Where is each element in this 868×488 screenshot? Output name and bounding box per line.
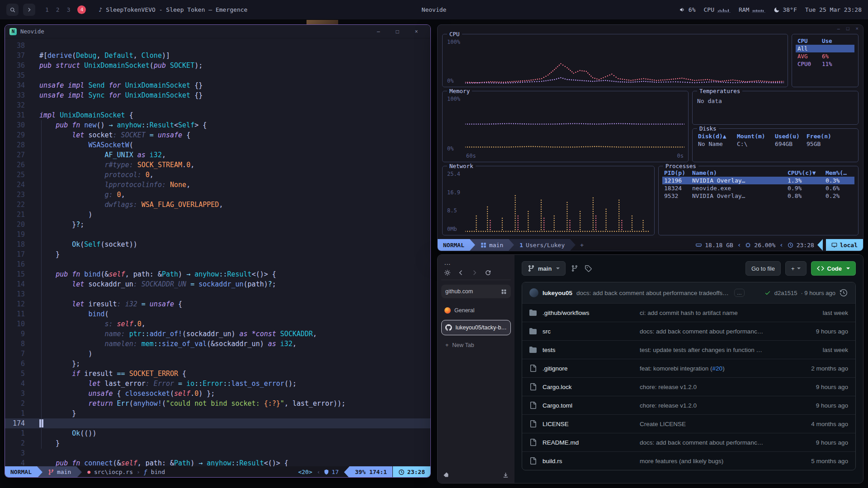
code-line[interactable]: 6 }; — [5, 359, 430, 369]
code-line[interactable]: 3 unsafe { closesocket(self.0) }; — [5, 389, 430, 399]
code-line[interactable]: 20 }?; — [5, 220, 430, 230]
code-line[interactable]: 22 dwflags: WSA_FLAG_OVERLAPPED, — [5, 200, 430, 210]
code-line[interactable]: 24 lpprotocolinfo: None, — [5, 180, 430, 190]
code-line[interactable]: 7 ) — [5, 349, 430, 359]
commit-message-link[interactable]: feat: komorebi integration (#20) — [640, 365, 801, 372]
close-button[interactable]: × — [407, 25, 426, 38]
code-line[interactable]: 35 — [5, 70, 430, 80]
file-row[interactable]: Cargo.tomlchore: release v1.2.09 hours a… — [522, 396, 855, 414]
code-line[interactable]: 3 — [5, 448, 430, 458]
file-row[interactable]: build.rsmore features (and likely bugs)5… — [522, 451, 855, 470]
workspace-4[interactable]: 4 — [77, 5, 86, 14]
tags-link[interactable] — [584, 263, 593, 274]
file-name-link[interactable]: LICENSE — [542, 421, 640, 427]
disks-panel[interactable]: Disks Disk(d)▲Mount(m)Used(u)Free(n)No N… — [692, 128, 859, 162]
code-line[interactable]: 38 — [5, 41, 430, 51]
cpu-legend-row[interactable]: AVG6% — [796, 52, 854, 60]
file-name-link[interactable]: .gitignore — [542, 365, 640, 372]
code-line[interactable]: 16 — [5, 259, 430, 269]
code-line[interactable]: 174 — [5, 418, 430, 428]
commit-message-link[interactable]: docs: add back comment about performanc… — [640, 328, 801, 335]
file-name-link[interactable]: tests — [542, 347, 640, 353]
process-row[interactable]: 9532NVIDIA Overlay…0.8%0.2% — [662, 192, 854, 200]
file-name-link[interactable]: build.rs — [542, 458, 640, 465]
close-button[interactable]: × — [856, 26, 859, 31]
code-line[interactable]: 33unsafe impl Sync for UnixDomainSocket … — [5, 90, 430, 100]
cpu-panel[interactable]: CPU 100% 0% — [442, 34, 788, 87]
file-row[interactable]: .gitignorefeat: komorebi integration (#2… — [522, 359, 855, 377]
commit-message-link[interactable]: more features (and likely bugs) — [640, 458, 801, 465]
code-line[interactable]: 37#[derive(Debug, Default, Clone)] — [5, 51, 430, 61]
code-line[interactable]: 4 pub fn connect(&self, path: &Path) → a… — [5, 458, 430, 466]
new-tab-button[interactable]: + — [576, 242, 588, 249]
code-line[interactable]: 21 ) — [5, 210, 430, 220]
cpu-indicator[interactable]: CPU — [703, 6, 730, 13]
url-bar[interactable]: github.com — [441, 285, 511, 298]
tab-github[interactable]: lukeyou05/tacky-bor… — [441, 320, 511, 335]
code-line[interactable]: 36pub struct UnixDomainSocket(pub SOCKET… — [5, 61, 430, 70]
code-line[interactable]: 10 s: self.0, — [5, 319, 430, 329]
code-line[interactable]: 15 pub fn bind(&self, path: &Path) → any… — [5, 269, 430, 279]
file-row[interactable]: .github/workflowsci: add commit hash to … — [522, 303, 855, 322]
go-to-file-button[interactable]: Go to file — [745, 261, 781, 276]
code-line[interactable]: 31impl UnixDomainSocket { — [5, 110, 430, 120]
forward-button[interactable] — [471, 269, 478, 276]
downloads-button[interactable] — [502, 472, 509, 479]
file-name-link[interactable]: .github/workflows — [542, 310, 640, 316]
code-line[interactable]: 18 Ok(Self(socket)) — [5, 239, 430, 249]
file-path[interactable]: ● src\iocp.rs › ƒ bind — [87, 467, 165, 477]
settings-button[interactable] — [444, 269, 451, 276]
code-line[interactable]: 5 if iresult == SOCKET_ERROR { — [5, 369, 430, 379]
code-button[interactable]: Code — [811, 261, 856, 276]
code-line[interactable]: 4 let last_error: Error = io::Error::las… — [5, 379, 430, 389]
code-line[interactable]: 13 — [5, 289, 430, 299]
reload-button[interactable] — [485, 269, 491, 276]
code-line[interactable]: 1 } — [5, 408, 430, 418]
file-row[interactable]: LICENSECreate LICENSE4 months ago — [522, 414, 855, 433]
commit-message-link[interactable]: docs: add back comment about performance… — [576, 290, 730, 296]
back-button[interactable] — [458, 269, 464, 276]
code-line[interactable]: 19 — [5, 230, 430, 239]
minimize-button[interactable]: – — [837, 26, 840, 31]
memory-panel[interactable]: Memory 100% 0% 60s 0s — [442, 91, 689, 162]
commit-sha-link[interactable]: d2a1515 — [774, 290, 797, 296]
file-row[interactable]: README.mddocs: add back comment about pe… — [522, 433, 855, 451]
checks-passed-icon[interactable] — [764, 290, 771, 296]
file-name-link[interactable]: Cargo.toml — [542, 402, 640, 409]
code-line[interactable]: 32 — [5, 100, 430, 110]
process-row[interactable]: 12196NVIDIA Overlay…1.3%0.3% — [662, 177, 854, 184]
code-line[interactable]: 2 } — [5, 438, 430, 448]
code-line[interactable]: 34unsafe impl Send for UnixDomainSocket … — [5, 80, 430, 90]
zellij-tab[interactable]: 1 Users/Lukey — [514, 239, 570, 251]
new-tab-button[interactable]: + New Tab — [441, 339, 511, 352]
now-playing[interactable]: ♪ SleepTokenVEVO - Sleep Token – Emergen… — [99, 6, 247, 13]
workspace-2[interactable]: 2 — [56, 6, 60, 13]
code-line[interactable]: 23 g: 0, — [5, 190, 430, 200]
file-name-link[interactable]: Cargo.lock — [542, 384, 640, 390]
neovide-titlebar[interactable]: N Neovide – □ × — [5, 25, 430, 38]
code-line[interactable]: 25 protocol: 0, — [5, 170, 430, 180]
commit-message-link[interactable]: chore: release v1.2.0 — [640, 402, 801, 409]
branches-link[interactable] — [570, 263, 579, 274]
commit-message-link[interactable]: chore: release v1.2.0 — [640, 384, 801, 390]
code-line[interactable]: 1 Ok(()) — [5, 428, 430, 438]
git-branch[interactable]: main — [42, 466, 76, 478]
code-line[interactable]: 28 WSASocketW( — [5, 140, 430, 150]
code-editor[interactable]: 3837#[derive(Debug, Default, Clone)]36pu… — [5, 38, 430, 466]
add-file-button[interactable]: + — [785, 261, 807, 276]
code-line[interactable]: 17 } — [5, 249, 430, 259]
commit-message-link[interactable]: docs: add back comment about performanc… — [640, 439, 801, 446]
ram-indicator[interactable]: RAM — [739, 6, 765, 13]
cpu-legend-panel[interactable]: CPU Use AllAVG6%CPU011% — [792, 34, 859, 87]
commit-details-button[interactable]: … — [734, 289, 745, 297]
code-line[interactable]: 30 pub fn new() → anyhow::Result<Self> { — [5, 120, 430, 130]
launcher-button[interactable] — [23, 4, 35, 16]
menu-button[interactable]: … — [441, 258, 511, 267]
commit-message-link[interactable]: ci: add commit hash to artifact name — [640, 310, 801, 316]
clock[interactable]: Tue 25 Mar 23:28 — [805, 6, 862, 13]
minimize-button[interactable]: – — [369, 25, 388, 38]
search-button[interactable] — [6, 4, 19, 16]
file-row[interactable]: teststest: update tests after changes in… — [522, 340, 855, 359]
code-line[interactable]: 27 AF_UNIX as i32, — [5, 150, 430, 160]
avatar[interactable] — [529, 288, 538, 297]
